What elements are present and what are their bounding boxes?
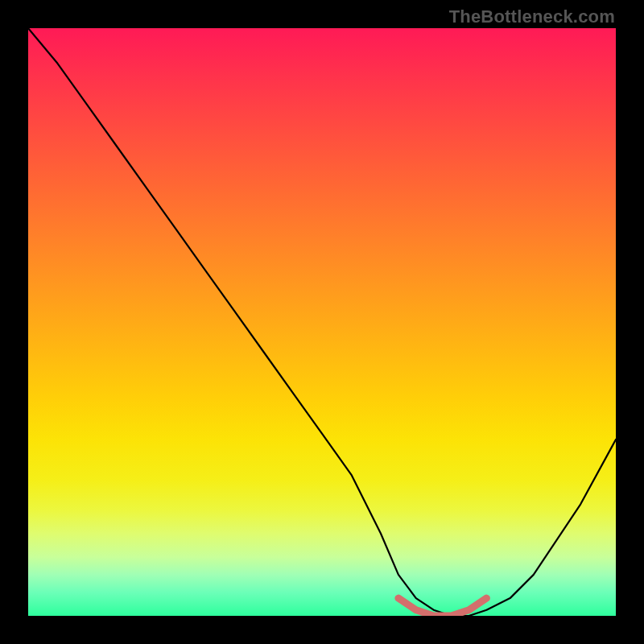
bottleneck-chart: TheBottleneck.com: [0, 0, 644, 644]
watermark-text: TheBottleneck.com: [449, 6, 615, 27]
plot-gradient-background: [28, 28, 616, 616]
